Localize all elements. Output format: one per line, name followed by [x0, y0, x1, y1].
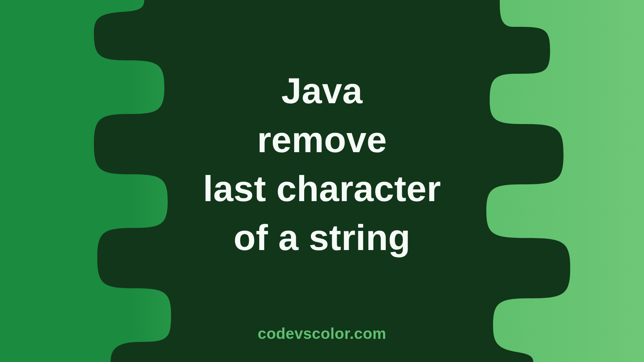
watermark-text: codevscolor.com — [258, 324, 386, 343]
title-line-4: of a string — [233, 213, 411, 262]
title-line-2: remove — [257, 115, 387, 164]
hero-banner: Java remove last character of a string c… — [0, 0, 644, 362]
title-line-1: Java — [281, 66, 363, 115]
title-line-3: last character — [203, 164, 441, 213]
title: Java remove last character of a string — [0, 0, 644, 362]
